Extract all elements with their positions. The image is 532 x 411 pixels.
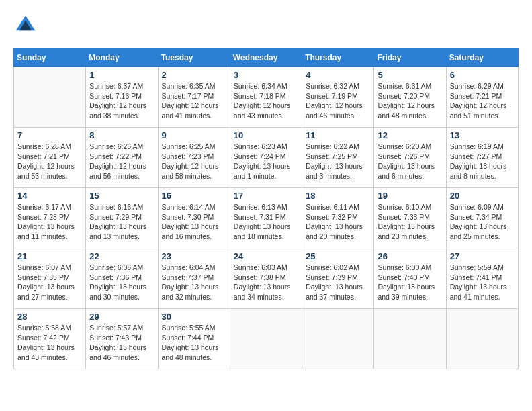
calendar-header-row: SundayMondayTuesdayWednesdayThursdayFrid… bbox=[14, 49, 519, 67]
logo bbox=[13, 13, 42, 38]
calendar-cell: 11Sunrise: 6:22 AMSunset: 7:25 PMDayligh… bbox=[302, 128, 374, 188]
day-info: Sunrise: 6:31 AMSunset: 7:20 PMDaylight:… bbox=[378, 81, 442, 121]
day-number: 19 bbox=[378, 191, 442, 201]
calendar-cell: 13Sunrise: 6:19 AMSunset: 7:27 PMDayligh… bbox=[446, 128, 518, 188]
header-sunday: Sunday bbox=[14, 49, 86, 67]
week-row-5: 28Sunrise: 5:58 AMSunset: 7:42 PMDayligh… bbox=[14, 309, 519, 369]
day-number: 2 bbox=[162, 70, 226, 80]
day-number: 1 bbox=[89, 70, 154, 80]
calendar-cell: 7Sunrise: 6:28 AMSunset: 7:21 PMDaylight… bbox=[14, 128, 86, 188]
day-info: Sunrise: 6:14 AMSunset: 7:30 PMDaylight:… bbox=[162, 202, 226, 242]
day-info: Sunrise: 6:00 AMSunset: 7:40 PMDaylight:… bbox=[378, 263, 442, 302]
calendar-cell: 17Sunrise: 6:13 AMSunset: 7:31 PMDayligh… bbox=[230, 188, 302, 248]
day-number: 20 bbox=[450, 191, 515, 201]
day-info: Sunrise: 6:22 AMSunset: 7:25 PMDaylight:… bbox=[306, 142, 370, 181]
header-tuesday: Tuesday bbox=[158, 49, 230, 67]
day-number: 23 bbox=[162, 251, 226, 261]
day-info: Sunrise: 6:26 AMSunset: 7:22 PMDaylight:… bbox=[89, 142, 154, 181]
calendar-cell: 20Sunrise: 6:09 AMSunset: 7:34 PMDayligh… bbox=[446, 188, 518, 248]
calendar-cell bbox=[374, 309, 446, 369]
header-friday: Friday bbox=[374, 49, 446, 67]
calendar-cell: 9Sunrise: 6:25 AMSunset: 7:23 PMDaylight… bbox=[158, 128, 230, 188]
day-info: Sunrise: 5:55 AMSunset: 7:44 PMDaylight:… bbox=[162, 323, 226, 363]
day-number: 7 bbox=[17, 130, 82, 140]
day-number: 30 bbox=[162, 312, 226, 322]
calendar-cell: 3Sunrise: 6:34 AMSunset: 7:18 PMDaylight… bbox=[230, 67, 302, 128]
day-number: 24 bbox=[234, 251, 298, 261]
day-info: Sunrise: 6:09 AMSunset: 7:34 PMDaylight:… bbox=[450, 202, 515, 242]
day-number: 27 bbox=[450, 251, 515, 261]
day-info: Sunrise: 6:35 AMSunset: 7:17 PMDaylight:… bbox=[162, 81, 226, 121]
calendar-cell: 1Sunrise: 6:37 AMSunset: 7:16 PMDaylight… bbox=[86, 67, 158, 128]
day-number: 4 bbox=[306, 70, 370, 80]
calendar-cell bbox=[14, 67, 86, 128]
week-row-4: 21Sunrise: 6:07 AMSunset: 7:35 PMDayligh… bbox=[14, 248, 519, 309]
header-wednesday: Wednesday bbox=[230, 49, 302, 67]
day-number: 8 bbox=[89, 130, 154, 140]
day-number: 13 bbox=[450, 130, 515, 140]
day-info: Sunrise: 6:28 AMSunset: 7:21 PMDaylight:… bbox=[17, 142, 82, 181]
calendar-cell: 5Sunrise: 6:31 AMSunset: 7:20 PMDaylight… bbox=[374, 67, 446, 128]
day-number: 10 bbox=[234, 130, 298, 140]
day-number: 3 bbox=[234, 70, 298, 80]
day-info: Sunrise: 6:29 AMSunset: 7:21 PMDaylight:… bbox=[450, 81, 515, 121]
day-info: Sunrise: 6:23 AMSunset: 7:24 PMDaylight:… bbox=[234, 142, 298, 181]
calendar-cell: 15Sunrise: 6:16 AMSunset: 7:29 PMDayligh… bbox=[86, 188, 158, 248]
calendar-cell bbox=[230, 309, 302, 369]
calendar-cell: 27Sunrise: 5:59 AMSunset: 7:41 PMDayligh… bbox=[446, 248, 518, 309]
day-number: 5 bbox=[378, 70, 442, 80]
calendar-cell: 18Sunrise: 6:11 AMSunset: 7:32 PMDayligh… bbox=[302, 188, 374, 248]
day-info: Sunrise: 6:34 AMSunset: 7:18 PMDaylight:… bbox=[234, 81, 298, 121]
day-number: 6 bbox=[450, 70, 515, 80]
week-row-1: 1Sunrise: 6:37 AMSunset: 7:16 PMDaylight… bbox=[14, 67, 519, 128]
calendar-cell: 19Sunrise: 6:10 AMSunset: 7:33 PMDayligh… bbox=[374, 188, 446, 248]
calendar-cell: 24Sunrise: 6:03 AMSunset: 7:38 PMDayligh… bbox=[230, 248, 302, 309]
header-saturday: Saturday bbox=[446, 49, 518, 67]
header-thursday: Thursday bbox=[302, 49, 374, 67]
day-info: Sunrise: 5:58 AMSunset: 7:42 PMDaylight:… bbox=[17, 323, 82, 363]
day-info: Sunrise: 6:10 AMSunset: 7:33 PMDaylight:… bbox=[378, 202, 442, 242]
calendar-cell: 26Sunrise: 6:00 AMSunset: 7:40 PMDayligh… bbox=[374, 248, 446, 309]
day-info: Sunrise: 6:25 AMSunset: 7:23 PMDaylight:… bbox=[162, 142, 226, 181]
day-number: 22 bbox=[89, 251, 154, 261]
calendar-cell: 23Sunrise: 6:04 AMSunset: 7:37 PMDayligh… bbox=[158, 248, 230, 309]
calendar-cell: 28Sunrise: 5:58 AMSunset: 7:42 PMDayligh… bbox=[14, 309, 86, 369]
day-number: 9 bbox=[162, 130, 226, 140]
day-number: 12 bbox=[378, 130, 442, 140]
calendar: SundayMondayTuesdayWednesdayThursdayFrid… bbox=[13, 48, 519, 369]
day-info: Sunrise: 6:11 AMSunset: 7:32 PMDaylight:… bbox=[306, 202, 370, 242]
day-number: 11 bbox=[306, 130, 370, 140]
calendar-cell: 4Sunrise: 6:32 AMSunset: 7:19 PMDaylight… bbox=[302, 67, 374, 128]
calendar-cell: 30Sunrise: 5:55 AMSunset: 7:44 PMDayligh… bbox=[158, 309, 230, 369]
day-info: Sunrise: 6:37 AMSunset: 7:16 PMDaylight:… bbox=[89, 81, 154, 121]
calendar-cell: 22Sunrise: 6:06 AMSunset: 7:36 PMDayligh… bbox=[86, 248, 158, 309]
calendar-cell: 29Sunrise: 5:57 AMSunset: 7:43 PMDayligh… bbox=[86, 309, 158, 369]
day-number: 16 bbox=[162, 191, 226, 201]
logo-icon bbox=[13, 13, 38, 38]
calendar-cell: 25Sunrise: 6:02 AMSunset: 7:39 PMDayligh… bbox=[302, 248, 374, 309]
day-info: Sunrise: 6:06 AMSunset: 7:36 PMDaylight:… bbox=[89, 263, 154, 302]
calendar-cell: 6Sunrise: 6:29 AMSunset: 7:21 PMDaylight… bbox=[446, 67, 518, 128]
day-number: 26 bbox=[378, 251, 442, 261]
day-number: 14 bbox=[17, 191, 82, 201]
day-info: Sunrise: 6:02 AMSunset: 7:39 PMDaylight:… bbox=[306, 263, 370, 302]
day-number: 29 bbox=[89, 312, 154, 322]
day-info: Sunrise: 5:57 AMSunset: 7:43 PMDaylight:… bbox=[89, 323, 154, 363]
day-info: Sunrise: 6:17 AMSunset: 7:28 PMDaylight:… bbox=[17, 202, 82, 242]
week-row-2: 7Sunrise: 6:28 AMSunset: 7:21 PMDaylight… bbox=[14, 128, 519, 188]
header-monday: Monday bbox=[86, 49, 158, 67]
day-info: Sunrise: 6:03 AMSunset: 7:38 PMDaylight:… bbox=[234, 263, 298, 302]
day-info: Sunrise: 6:07 AMSunset: 7:35 PMDaylight:… bbox=[17, 263, 82, 302]
header bbox=[13, 13, 519, 38]
day-number: 21 bbox=[17, 251, 82, 261]
day-info: Sunrise: 6:32 AMSunset: 7:19 PMDaylight:… bbox=[306, 81, 370, 121]
day-info: Sunrise: 6:16 AMSunset: 7:29 PMDaylight:… bbox=[89, 202, 154, 242]
calendar-cell: 8Sunrise: 6:26 AMSunset: 7:22 PMDaylight… bbox=[86, 128, 158, 188]
day-number: 28 bbox=[17, 312, 82, 322]
week-row-3: 14Sunrise: 6:17 AMSunset: 7:28 PMDayligh… bbox=[14, 188, 519, 248]
calendar-cell: 12Sunrise: 6:20 AMSunset: 7:26 PMDayligh… bbox=[374, 128, 446, 188]
calendar-cell: 14Sunrise: 6:17 AMSunset: 7:28 PMDayligh… bbox=[14, 188, 86, 248]
day-info: Sunrise: 6:19 AMSunset: 7:27 PMDaylight:… bbox=[450, 142, 515, 181]
calendar-cell bbox=[446, 309, 518, 369]
day-number: 18 bbox=[306, 191, 370, 201]
